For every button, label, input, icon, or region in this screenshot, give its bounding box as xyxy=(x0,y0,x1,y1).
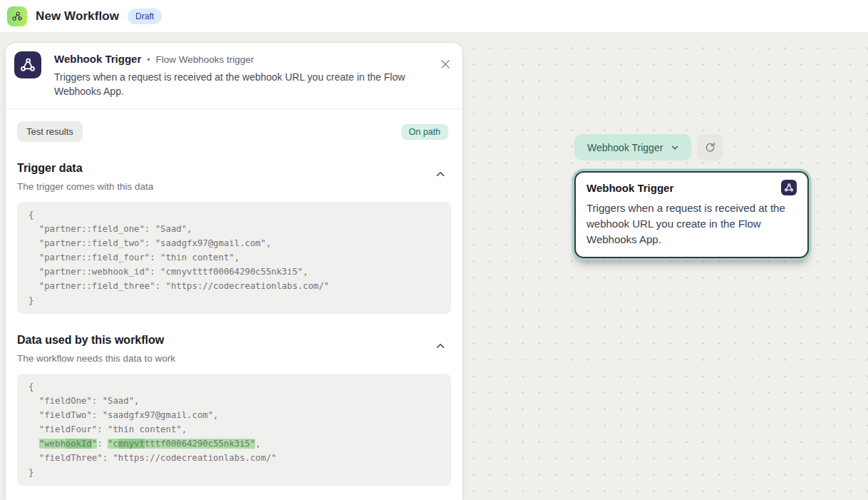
trigger-description: Triggers when a request is received at t… xyxy=(54,70,414,98)
top-bar: New Workflow Draft xyxy=(0,0,868,33)
triangle-nodes-icon xyxy=(19,56,37,74)
test-results-button[interactable]: Test results xyxy=(17,121,83,142)
nodes-graph-icon xyxy=(11,11,23,22)
chevron-up-icon[interactable] xyxy=(434,340,447,352)
on-path-badge: On path xyxy=(401,124,448,140)
workflow-data-title: Data used by this workflow xyxy=(17,334,175,347)
chevron-up-icon[interactable] xyxy=(434,168,447,180)
trigger-data-title: Trigger data xyxy=(17,162,153,175)
tooltip-description: Triggers when a request is received at t… xyxy=(587,200,797,248)
webhook-trigger-node-button[interactable]: Webhook Trigger xyxy=(574,134,691,160)
results-toolbar: Test results On path xyxy=(6,109,463,142)
trigger-data-section: Trigger data The trigger comes with this… xyxy=(6,162,463,314)
trigger-detail-panel: Webhook Trigger • Flow Webhooks trigger … xyxy=(6,43,463,500)
workflow-data-subtitle: The workflow needs this data to work xyxy=(17,353,175,364)
trigger-data-subtitle: The trigger comes with this data xyxy=(17,181,153,192)
flow-webhooks-app-icon xyxy=(14,51,41,78)
refresh-button[interactable] xyxy=(697,134,723,160)
trigger-title: Webhook Trigger xyxy=(54,53,141,65)
refresh-icon xyxy=(704,141,716,153)
panel-header-text: Webhook Trigger • Flow Webhooks trigger … xyxy=(54,51,438,98)
workflow-data-section: Data used by this workflow The workflow … xyxy=(6,334,463,486)
workflow-data-code: { "fieldOne": "Saad", "fieldTwo": "saadg… xyxy=(17,374,451,486)
chevron-down-icon xyxy=(670,143,680,153)
draft-status-badge: Draft xyxy=(128,9,162,24)
close-icon[interactable] xyxy=(438,57,453,71)
webhook-trigger-tooltip: Webhook Trigger Triggers when a request … xyxy=(574,171,809,258)
node-button-label: Webhook Trigger xyxy=(587,142,663,153)
tooltip-title: Webhook Trigger xyxy=(587,182,673,194)
trigger-data-code: { "partner::field_one": "Saad", "partner… xyxy=(17,202,451,314)
trigger-subtitle: Flow Webhooks trigger xyxy=(155,54,254,65)
triangle-nodes-icon xyxy=(783,182,795,193)
title-separator: • xyxy=(147,55,150,65)
page-title: New Workflow xyxy=(36,9,119,24)
node-toolbar: Webhook Trigger xyxy=(574,134,723,160)
panel-header: Webhook Trigger • Flow Webhooks trigger … xyxy=(6,43,463,108)
flow-webhooks-app-icon-small xyxy=(781,180,797,195)
workflow-logo-icon xyxy=(7,6,27,26)
